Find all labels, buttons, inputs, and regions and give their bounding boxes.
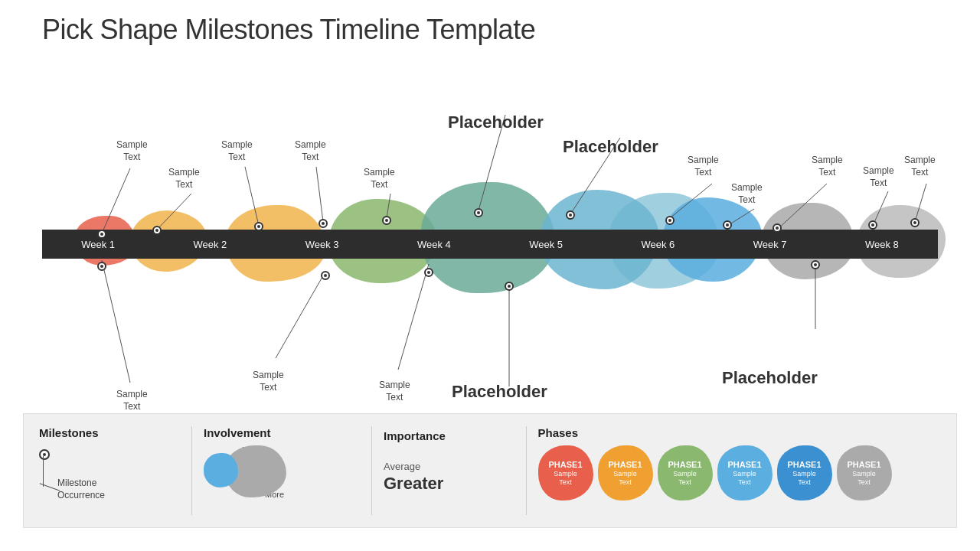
dot-w7-below <box>811 260 820 269</box>
legend-involvement: Involvement Less More <box>204 426 372 515</box>
legend-milestones: Milestones Milestone Occurrence <box>39 426 192 515</box>
legend-phases-title: Phases <box>538 426 930 439</box>
dot-w1-1 <box>97 230 106 239</box>
label-t6: Sample Text <box>688 155 719 178</box>
phase-subtext-2: Text <box>619 478 632 487</box>
dot-w7-1 <box>723 220 732 230</box>
phase-subtext-5: Text <box>798 478 811 487</box>
inv-blob-small <box>204 453 238 487</box>
phase-subtext-1: Text <box>559 478 572 487</box>
legend-milestone-dot <box>39 449 50 460</box>
phase-text-6: Sample <box>852 470 876 478</box>
dot-w2-below <box>321 271 330 280</box>
dot-w3-below <box>424 268 433 277</box>
dot-w2-1 <box>254 222 263 231</box>
involvement-visual: Less More <box>204 445 360 499</box>
phase-item-3: PHASE1 Sample Text <box>658 445 713 500</box>
phase-num-1: PHASE1 <box>548 460 582 470</box>
dot-w1-below <box>97 262 106 271</box>
timeline-bar: Week 1 Week 2 Week 3 Week 4 Week 5 Week … <box>42 230 938 259</box>
label-t2: Sample Text <box>168 167 200 191</box>
label-t5: Sample Text <box>364 167 395 191</box>
dot-w6-1 <box>665 216 675 225</box>
phase-item-5: PHASE1 Sample Text <box>777 445 832 500</box>
phase-num-6: PHASE1 <box>847 460 880 470</box>
timeline-area: Week 1 Week 2 Week 3 Week 4 Week 5 Week … <box>42 69 938 398</box>
dot-w2-2 <box>318 219 328 228</box>
dot-w4-below <box>505 282 514 291</box>
phase-subtext-4: Text <box>738 478 751 487</box>
legend-milestones-title: Milestones <box>39 426 180 439</box>
phase-text-1: Sample <box>554 470 577 478</box>
dot-w8-2 <box>910 218 920 227</box>
phase-text-3: Sample <box>673 470 697 478</box>
phase-item-2: PHASE1 Sample Text <box>598 445 653 500</box>
week-label-1: Week 1 <box>42 239 154 250</box>
legend-importance: Importance Average Greater <box>384 426 527 515</box>
label-t1: Sample Text <box>116 139 148 163</box>
week-label-2: Week 2 <box>154 239 266 250</box>
legend-phases: Phases PHASE1 Sample Text PHASE1 Sample … <box>538 426 942 515</box>
label-placeholder-bottom-right: Placeholder <box>722 367 818 390</box>
imp-greater-label: Greater <box>384 474 514 494</box>
phase-subtext-6: Text <box>858 478 871 487</box>
label-placeholder-top-right: Placeholder <box>563 136 658 158</box>
label-t10: Sample Text <box>904 155 936 178</box>
phase-item-6: PHASE1 Sample Text <box>837 445 892 500</box>
phase-num-2: PHASE1 <box>608 460 642 470</box>
legend-importance-title: Importance <box>384 429 514 442</box>
dot-w5-1 <box>566 210 575 220</box>
phases-list: PHASE1 Sample Text PHASE1 Sample Text PH… <box>538 445 930 500</box>
phase-text-5: Sample <box>792 470 816 478</box>
phase-num-3: PHASE1 <box>668 460 701 470</box>
label-t8: Sample Text <box>812 155 843 178</box>
week-label-8: Week 8 <box>826 239 938 250</box>
svg-line-13 <box>276 272 325 358</box>
week-label-3: Week 3 <box>266 239 378 250</box>
legend-milestone-label: Milestone Occurrence <box>57 478 105 501</box>
phase-num-5: PHASE1 <box>787 460 821 470</box>
label-b2: Sample Text <box>253 370 284 393</box>
week-label-7: Week 7 <box>714 239 826 250</box>
phase-item-1: PHASE1 Sample Text <box>538 445 593 500</box>
phase-text-2: Sample <box>613 470 637 478</box>
legend-area: Milestones Milestone Occurrence Involvem… <box>23 413 957 528</box>
dot-w4-1 <box>474 208 483 217</box>
label-t7: Sample Text <box>731 182 763 206</box>
week-label-6: Week 6 <box>602 239 714 250</box>
label-placeholder-top-center: Placeholder <box>448 112 544 134</box>
phase-num-4: PHASE1 <box>727 460 761 470</box>
label-t3: Sample Text <box>221 139 253 163</box>
label-b3: Sample Text <box>379 380 410 403</box>
dot-w3-1 <box>382 216 391 225</box>
dot-w7-2 <box>773 223 782 233</box>
label-b1: Sample Text <box>116 389 148 412</box>
week-label-4: Week 4 <box>378 239 490 250</box>
imp-average-label: Average <box>384 461 514 472</box>
phase-text-4: Sample <box>733 470 756 478</box>
phase-subtext-3: Text <box>678 478 691 487</box>
label-t9: Sample Text <box>863 165 894 189</box>
phase-item-4: PHASE1 Sample Text <box>717 445 773 500</box>
dot-w1-2 <box>152 226 162 235</box>
svg-line-3 <box>316 167 323 222</box>
label-t4: Sample Text <box>295 139 326 163</box>
label-placeholder-bottom-center: Placeholder <box>452 381 547 403</box>
legend-involvement-title: Involvement <box>204 426 360 439</box>
svg-line-12 <box>102 260 130 383</box>
dot-w8-1 <box>868 220 877 230</box>
page-title: Pick Shape Milestones Timeline Template <box>42 14 535 46</box>
week-label-5: Week 5 <box>490 239 602 250</box>
